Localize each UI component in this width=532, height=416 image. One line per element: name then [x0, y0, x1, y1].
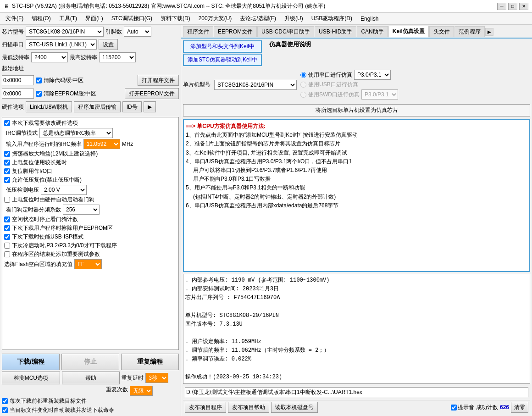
output-line-2: 芯片出厂序列号 : F754C47E16070A [185, 294, 528, 302]
reload-checkbox[interactable] [2, 398, 8, 404]
detect-mcu-button[interactable]: 检测MCU选项 [2, 372, 60, 384]
app-icon: 🖥 [4, 3, 9, 10]
hw-tab3-button[interactable]: ID号 [122, 101, 142, 112]
swd-port-select[interactable]: P3.0/P3.1 [361, 89, 398, 100]
right-panel: 程序文件 EEPROM文件 USB-CDC/串口助手 USB-HID助手 CAN… [181, 25, 532, 416]
freq-unit: MHz [122, 141, 133, 147]
tab-usb-cdc[interactable]: USB-CDC/串口助手 [257, 26, 314, 37]
hw-check10-label: 下次冷启动时,P3.2/P3.3为0/0才可下载程序 [12, 242, 117, 250]
menu-forum[interactable]: 去论坛/选型(F) [236, 14, 280, 23]
hw-check2[interactable] [4, 151, 10, 157]
hw-check11[interactable] [4, 251, 10, 257]
repeat-program-button[interactable]: 重复编程 [121, 354, 179, 370]
clear-count-button[interactable]: 清零 [511, 402, 528, 413]
flash-fill-select[interactable]: FF [74, 259, 102, 269]
chip-select[interactable]: STC8G1K08-20/16PIN [26, 27, 104, 37]
sim-chip-select[interactable]: STC8G1K08-20/16PIN [214, 80, 297, 90]
voltage-select[interactable]: 2.00 V [41, 185, 87, 195]
sound-checkbox[interactable] [451, 405, 457, 410]
menu-stc-debug[interactable]: STC调试接口(G) [108, 14, 156, 23]
radio3-row: 使用SWD口进行仿真 P3.0/P3.1 [300, 89, 398, 100]
clear-eeprom-checkbox[interactable] [36, 91, 42, 97]
repeat-count-select[interactable]: 无限 [130, 386, 153, 396]
pin-label: 引脚数 [105, 28, 122, 36]
tab-program-file[interactable]: 程序文件 [183, 26, 213, 37]
clear-code-checkbox[interactable] [36, 78, 42, 83]
irc-select[interactable]: 总是动态调节IRC频率 [39, 128, 113, 138]
add-driver-button[interactable]: 添加STC仿真器驱动到Keil中 [183, 54, 262, 66]
title-bar: 🖥 STC-ISP (V6.92A) (服务电话/销售电话: 0513-5501… [0, 0, 532, 13]
open-eeprom-button[interactable]: 打开EEPROM文件 [125, 88, 179, 99]
menu-download[interactable]: 资料下载(D) [157, 14, 194, 23]
output-line-9: . 频率调节误差: 0.022% [185, 355, 528, 364]
hw-check4-row: 复位脚用作I/O口 [4, 167, 177, 175]
help-button[interactable]: 帮助 [62, 372, 120, 384]
publish-help-button[interactable]: 发布项目帮助 [228, 402, 269, 413]
tab-eeprom-file[interactable]: EEPROM文件 [214, 26, 257, 37]
hw-check7[interactable] [4, 216, 10, 222]
tab-usb-hid[interactable]: USB-HID助手 [315, 26, 356, 37]
hw-check8[interactable] [4, 225, 10, 231]
maximize-button[interactable]: □ [508, 3, 517, 10]
tab-examples[interactable]: 范例程序 [454, 26, 485, 37]
hw-check7-label: 空闲状态时停止看门狗计数 [12, 216, 78, 223]
hw-check5[interactable] [4, 177, 10, 183]
hw-check7-row: 空闲状态时停止看门狗计数 [4, 216, 177, 223]
hw-tab1-button[interactable]: Link1/U8W脱机 [26, 101, 72, 112]
addr1-input[interactable] [2, 75, 34, 85]
max-baud-select[interactable]: 115200 [99, 52, 136, 62]
serial-port-select[interactable]: P3.0/P3.1 [354, 70, 391, 80]
hw-check4[interactable] [4, 168, 10, 174]
baud-rate-row: 最低波特率 2400 最高波特率 115200 [2, 52, 179, 62]
radio-usb[interactable] [300, 82, 306, 88]
pin-select[interactable]: Auto [124, 27, 151, 37]
file-path-bar [183, 386, 530, 398]
hw-options-section: 本次下载需要修改硬件选项 IRC调节模式 总是动态调节IRC频率 输入用户程序运… [0, 115, 181, 352]
min-baud-select[interactable]: 2400 [31, 52, 68, 62]
menu-tools[interactable]: 工具(T) [55, 14, 81, 23]
settings-button[interactable]: 设置 [99, 39, 118, 50]
menu-prize[interactable]: 200万大奖(U) [195, 14, 236, 23]
open-program-button[interactable]: 打开程序文件 [138, 75, 179, 86]
freq-select[interactable]: 11.0592 [83, 139, 120, 149]
publish-program-button[interactable]: 发布项目程序 [185, 402, 226, 413]
sound-label: 提示音 [458, 404, 474, 411]
hw-check10[interactable] [4, 243, 10, 249]
tab-arrow-right[interactable]: ▶ [485, 28, 493, 36]
tab-keil-sim[interactable]: Keil仿真设置 [388, 26, 429, 38]
hw-tab2-button[interactable]: 程序加密后传输 [74, 101, 121, 112]
radio-serial[interactable] [300, 72, 306, 78]
menu-ui[interactable]: 界面(L) [82, 14, 107, 23]
instruction-step-5: 5、用户不能使用与P3.0和P3.1相关的中断和功能 [186, 183, 527, 192]
addr2-input[interactable] [2, 89, 34, 99]
watchdog-label: 看门狗定时器分频系数 [6, 206, 61, 214]
radio-swd[interactable] [300, 92, 306, 98]
cb2-label: 当目标文件变化时自动装载并发送下载命令 [10, 406, 114, 414]
scan-port-select[interactable]: STC-USB Link1 (LNK1) [26, 39, 97, 50]
minimize-button[interactable]: ─ [497, 3, 506, 10]
repeat-delay-select[interactable]: 3秒 [145, 373, 168, 383]
download-button[interactable]: 下载/编程 [2, 354, 60, 370]
cb2-row: 当目标文件变化时自动装载并发送下载命令 [2, 406, 179, 414]
set-target-button[interactable]: 将所选目标单片机设置为仿真芯片 [183, 104, 530, 116]
close-button[interactable]: ✕ [519, 3, 528, 10]
hw-scroll-right-button[interactable]: ▶ [144, 101, 156, 112]
menu-upgrade[interactable]: 升级(U) [281, 14, 307, 23]
tab-header[interactable]: 头文件 [429, 26, 454, 37]
menu-program[interactable]: 编程(O) [28, 14, 54, 23]
menu-file[interactable]: 文件(F) [2, 14, 27, 23]
hw-check6[interactable] [4, 197, 10, 203]
watchdog-row: 看门狗定时器分频系数 256 [4, 205, 177, 215]
menu-english[interactable]: English [357, 15, 382, 23]
add-to-keil-button[interactable]: 添加型号和头文件到Keil中 [183, 40, 262, 53]
auto-send-checkbox[interactable] [2, 407, 8, 413]
stop-button[interactable]: 停止 [61, 354, 119, 370]
read-disk-button[interactable]: 读取本机磁盘号 [271, 402, 318, 413]
menu-usb-driver[interactable]: USB驱动程序(D) [308, 14, 356, 23]
watchdog-select[interactable]: 256 [63, 205, 100, 215]
file-path-input[interactable] [185, 387, 528, 397]
hw-check1[interactable] [4, 120, 10, 126]
hw-check3[interactable] [4, 160, 10, 166]
hw-check9[interactable] [4, 234, 10, 240]
tab-can[interactable]: CAN助手 [357, 26, 388, 37]
